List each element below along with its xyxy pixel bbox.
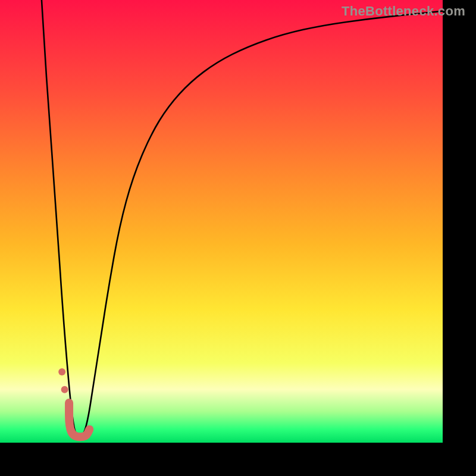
- chart-frame: TheBottleneck.com: [0, 0, 476, 476]
- marker-dot-1: [61, 386, 68, 393]
- gradient-background: [0, 0, 443, 443]
- chart-canvas: [0, 0, 443, 443]
- marker-dot-0: [58, 368, 65, 375]
